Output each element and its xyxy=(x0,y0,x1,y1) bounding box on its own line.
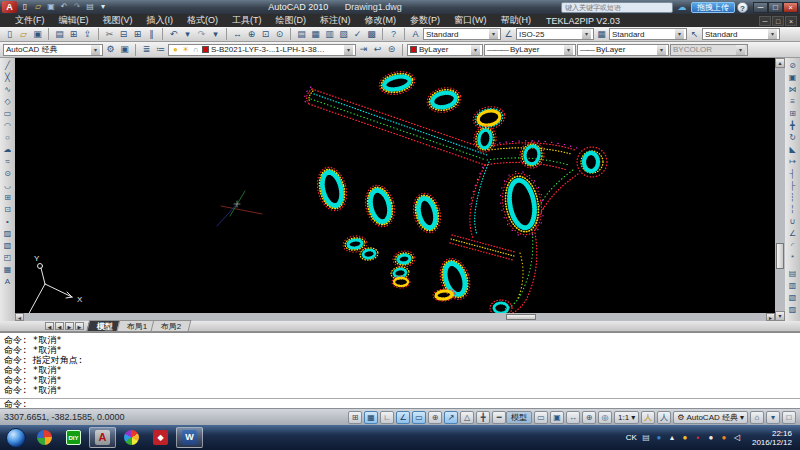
menu-draw[interactable]: 绘图(D) xyxy=(269,14,314,27)
search-input[interactable] xyxy=(561,2,673,13)
undo-icon[interactable]: ↶ xyxy=(58,1,70,13)
taskbar-clock[interactable]: 22:16 2016/12/12 xyxy=(746,429,798,447)
horizontal-scroll-thumb[interactable] xyxy=(506,314,536,320)
tab-first-icon[interactable]: ◀ xyxy=(45,322,54,330)
osnap-toggle[interactable]: ▭ xyxy=(412,411,426,424)
start-button[interactable] xyxy=(6,428,26,448)
help-icon[interactable]: ? xyxy=(387,28,400,41)
keyboard-icon[interactable]: ▤ xyxy=(641,433,651,443)
annotation-visibility-icon[interactable]: 人 xyxy=(641,411,655,424)
layer-properties-icon[interactable]: ≣ xyxy=(140,43,153,56)
zoom-previous-icon[interactable]: ⊙ xyxy=(273,28,286,41)
pan-icon[interactable]: ↔ xyxy=(566,411,580,424)
region-icon[interactable]: ◰ xyxy=(1,252,14,264)
drag-upload-button[interactable]: 拖拽上传 xyxy=(691,2,735,13)
plot-icon[interactable]: ▤ xyxy=(53,28,66,41)
quickview-layouts-icon[interactable]: ▣ xyxy=(550,411,564,424)
mleader-style-dropdown[interactable]: Standard ▾ xyxy=(702,28,780,40)
redo-icon[interactable]: ↷ xyxy=(195,28,208,41)
sheetset-icon[interactable]: ▧ xyxy=(337,28,350,41)
plot-preview-icon[interactable]: ⊞ xyxy=(67,28,80,41)
open-icon[interactable]: ▱ xyxy=(17,28,30,41)
tab-last-icon[interactable]: ▶ xyxy=(75,322,84,330)
command-history[interactable]: 命令: *取消*命令: *取消*命令: 指定对角点:命令: *取消*命令: *取… xyxy=(0,332,800,398)
linetype-dropdown[interactable]: ——— ByLayer ▾ xyxy=(484,44,576,56)
break-icon[interactable]: ╎ xyxy=(786,204,799,216)
polygon-icon[interactable]: ◇ xyxy=(1,96,14,108)
menu-edit[interactable]: 编辑(E) xyxy=(52,14,96,27)
extend-icon[interactable]: ├ xyxy=(786,180,799,192)
toolpalettes-icon[interactable]: ▥ xyxy=(323,28,336,41)
hatch-icon[interactable]: ▨ xyxy=(1,228,14,240)
spline-icon[interactable]: ≈ xyxy=(1,156,14,168)
chevron-down-icon[interactable]: ▾ xyxy=(768,29,777,39)
save-icon[interactable]: ▣ xyxy=(31,28,44,41)
bring-above-icon[interactable]: ▧ xyxy=(786,292,799,304)
autodesk-cloud-icon[interactable]: ☁ xyxy=(675,2,689,12)
arc-icon[interactable]: ◠ xyxy=(1,120,14,132)
make-block-icon[interactable]: ⊡ xyxy=(1,204,14,216)
command-input-line[interactable]: 命令: xyxy=(0,398,800,408)
new-icon[interactable]: ▯ xyxy=(19,1,31,13)
drawing-canvas[interactable]: Y X Z xyxy=(15,58,774,313)
taskbar-app-swirl[interactable] xyxy=(31,427,58,448)
input-method-icon[interactable]: ● xyxy=(654,433,664,443)
layer-isolate-icon[interactable]: ⊜ xyxy=(385,43,398,56)
vertical-scroll-thumb[interactable] xyxy=(776,243,784,269)
revcloud-icon[interactable]: ☁ xyxy=(1,144,14,156)
break-point-icon[interactable]: ┆ xyxy=(786,192,799,204)
workspace-save-icon[interactable]: ▣ xyxy=(118,43,131,56)
chevron-down-icon[interactable]: ▾ xyxy=(489,29,498,39)
stretch-icon[interactable]: ↦ xyxy=(786,156,799,168)
coordinate-readout[interactable]: 3307.6651, -382.1585, 0.0000 xyxy=(4,412,158,422)
rectangle-icon[interactable]: ▭ xyxy=(1,108,14,120)
gradient-icon[interactable]: ▧ xyxy=(1,240,14,252)
text-style-dropdown[interactable]: Standard ▾ xyxy=(423,28,501,40)
move-icon[interactable]: ╋ xyxy=(786,120,799,132)
menu-parametric[interactable]: 参数(P) xyxy=(403,14,447,27)
menu-window[interactable]: 窗口(W) xyxy=(447,14,494,27)
status-menu-icon[interactable]: ▾ xyxy=(766,411,780,424)
doc-close-icon[interactable]: × xyxy=(785,16,797,26)
chevron-down-icon[interactable]: ▾ xyxy=(675,29,684,39)
clean-screen-icon[interactable]: □ xyxy=(782,411,796,424)
lineweight-dropdown[interactable]: —— ByLayer ▾ xyxy=(577,44,669,56)
layer-on-icon[interactable]: ● xyxy=(171,44,180,56)
send-under-icon[interactable]: ▨ xyxy=(786,304,799,316)
make-layer-current-icon[interactable]: ⇥ xyxy=(357,43,370,56)
zoom-realtime-icon[interactable]: ⊕ xyxy=(245,28,258,41)
ducs-toggle[interactable]: △ xyxy=(460,411,474,424)
dim-style-dropdown[interactable]: ISO-25 ▾ xyxy=(516,28,594,40)
annotation-scale-dropdown[interactable]: 1:1 ▾ xyxy=(614,411,639,424)
autocad-logo-icon[interactable]: A xyxy=(2,1,17,13)
menu-dimension[interactable]: 标注(N) xyxy=(313,14,358,27)
copy-icon[interactable]: ⊟ xyxy=(117,28,130,41)
plot-icon[interactable]: ▤ xyxy=(84,1,96,13)
layer-dropdown[interactable]: ●☀∩ S-B2021-LYF-3-...1-LPH-1-389242 ▾ xyxy=(168,44,356,56)
chevron-down-icon[interactable]: ▾ xyxy=(471,45,480,55)
table-style-dropdown[interactable]: Standard ▾ xyxy=(609,28,687,40)
language-indicator[interactable]: CK xyxy=(626,433,637,442)
taskbar-app-red[interactable]: ◆ xyxy=(147,427,174,448)
layer-previous-icon[interactable]: ↩ xyxy=(371,43,384,56)
new-icon[interactable]: ▯ xyxy=(3,28,16,41)
undo-icon[interactable]: ↶ xyxy=(167,28,180,41)
chevron-down-icon[interactable]: ▾ xyxy=(91,45,100,55)
zoom-window-icon[interactable]: ⊡ xyxy=(259,28,272,41)
workspace-dropdown[interactable]: AutoCAD 经典 ▾ xyxy=(3,44,103,56)
point-icon[interactable]: • xyxy=(1,216,14,228)
tab-layout2[interactable]: 布局2 xyxy=(151,320,192,331)
doc-minimize-icon[interactable]: ─ xyxy=(759,16,771,26)
join-icon[interactable]: ∪ xyxy=(786,216,799,228)
qat-dropdown-icon[interactable]: ▾ xyxy=(97,1,109,13)
otrack-toggle[interactable]: ↗ xyxy=(444,411,458,424)
scroll-down-icon[interactable]: ▾ xyxy=(775,311,785,321)
matchprop-icon[interactable]: ∥ xyxy=(145,28,158,41)
chevron-down-icon[interactable]: ▾ xyxy=(564,45,573,55)
menu-file[interactable]: 文件(F) xyxy=(8,14,52,27)
annotation-autoscale-icon[interactable]: 人 xyxy=(657,411,671,424)
circle-icon[interactable]: ○ xyxy=(1,132,14,144)
paste-icon[interactable]: ⊞ xyxy=(131,28,144,41)
workspace-switcher[interactable]: ⚙ AutoCAD 经典 ▾ xyxy=(673,411,748,424)
taskbar-app-word[interactable]: W xyxy=(176,427,203,448)
